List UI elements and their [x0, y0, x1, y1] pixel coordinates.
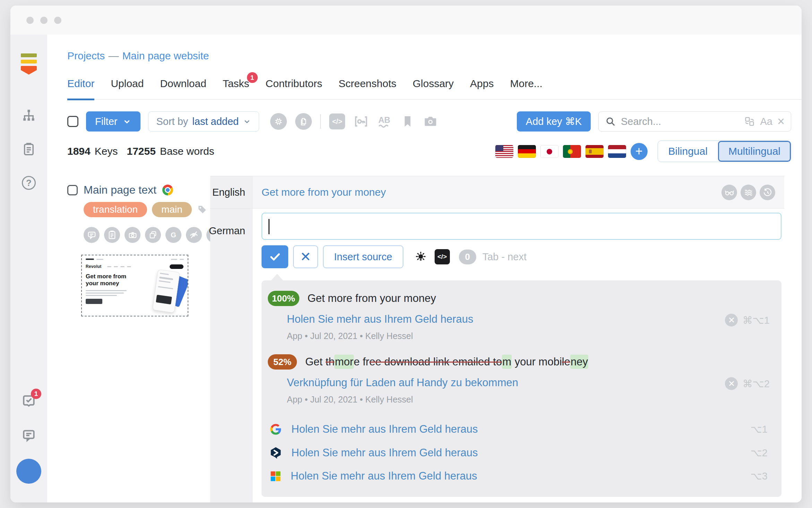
- chat-icon[interactable]: [21, 427, 36, 443]
- flag-es-icon[interactable]: [586, 145, 604, 158]
- clipboard-icon[interactable]: [22, 142, 36, 156]
- tab-apps[interactable]: Apps: [470, 78, 494, 99]
- bookmark-icon[interactable]: [401, 115, 414, 128]
- breadcrumb-project-name[interactable]: Main page website: [122, 50, 209, 61]
- camera-icon[interactable]: [423, 114, 438, 129]
- key-title[interactable]: Main page text: [84, 184, 156, 196]
- multilingual-toggle[interactable]: Multilingual: [718, 141, 791, 162]
- sort-dropdown[interactable]: Sort by last added: [148, 111, 259, 132]
- tag-main[interactable]: main: [152, 202, 192, 217]
- google-translate-icon[interactable]: G: [165, 227, 181, 243]
- flag-nl-icon[interactable]: [608, 145, 626, 158]
- hide-icon[interactable]: [186, 227, 202, 243]
- sitemap-icon[interactable]: [22, 108, 36, 122]
- dismiss-suggestion-icon[interactable]: ✕: [725, 314, 738, 327]
- camera-icon[interactable]: [125, 227, 140, 243]
- confirm-translation-button[interactable]: [262, 245, 288, 268]
- breadcrumb-separator: —: [108, 50, 119, 61]
- tab-editor[interactable]: Editor: [67, 78, 94, 100]
- substring-search-icon[interactable]: [744, 116, 755, 127]
- english-translation-text[interactable]: Get more from your money: [262, 186, 386, 198]
- tm-translation-link[interactable]: Holen Sie mehr aus Ihrem Geld heraus: [287, 313, 473, 325]
- cancel-translation-button[interactable]: ✕: [293, 245, 318, 268]
- bilingual-toggle[interactable]: Bilingual: [658, 141, 718, 162]
- translation-row-english: English Get more from your money: [210, 176, 784, 209]
- key-list-panel: Main page text translation main: [67, 176, 210, 502]
- thumbnail-headline: Get more from your money: [86, 273, 131, 287]
- window-control-dot[interactable]: [54, 17, 61, 24]
- user-avatar[interactable]: [16, 459, 41, 484]
- key-checkbox[interactable]: [67, 185, 78, 195]
- mt-suggestion-row: Holen Sie mehr aus Ihrem Geld heraus ⌥3: [262, 470, 781, 482]
- window-control-dot[interactable]: [40, 17, 48, 24]
- search-input[interactable]: [621, 116, 739, 127]
- tag-translation[interactable]: translation: [84, 202, 147, 217]
- thumbnail-phone-graphic: [152, 269, 180, 313]
- breadcrumb: Projects—Main page website: [67, 50, 791, 62]
- insert-source-button[interactable]: Insert source: [323, 245, 403, 268]
- tab-contributors[interactable]: Contributors: [266, 78, 322, 99]
- tab-screenshots[interactable]: Screenshots: [339, 78, 396, 99]
- dismiss-suggestion-icon[interactable]: ✕: [725, 377, 738, 390]
- translation-row-german: German ✕ Insert source: [210, 209, 784, 502]
- shortcut-label: ⌥2: [750, 447, 768, 459]
- shortcut-label: ⌥3: [750, 470, 768, 482]
- tab-tasks[interactable]: Tasks1: [223, 78, 249, 99]
- search-box: Aa ×: [598, 111, 791, 132]
- key-screenshot-thumbnail[interactable]: Revolut Get more from your money: [81, 255, 188, 316]
- project-stats: 1894Keys 17255Base words: [67, 145, 214, 157]
- help-icon[interactable]: ?: [22, 176, 36, 190]
- tab-download[interactable]: Download: [160, 78, 206, 99]
- match-case-toggle[interactable]: Aa: [760, 116, 772, 127]
- toolbar-divider: [320, 114, 321, 129]
- fuzzy-waves-icon[interactable]: [741, 185, 756, 200]
- flag-us-icon[interactable]: [495, 145, 513, 158]
- duplicate-icon[interactable]: [145, 227, 161, 243]
- select-all-checkbox[interactable]: [67, 116, 78, 127]
- microsoft-icon: [269, 470, 282, 482]
- suggestions-panel: 100% Get more from your money Holen Sie …: [262, 280, 781, 497]
- add-key-button[interactable]: Add key ⌘K: [517, 111, 591, 132]
- machine-translation-chip-icon[interactable]: [270, 113, 287, 130]
- german-translation-input[interactable]: [262, 213, 781, 240]
- tag-icon[interactable]: [197, 204, 208, 215]
- mt-translation-link[interactable]: Holen Sie mehr aus Ihrem Geld heraus: [291, 470, 477, 482]
- filter-button[interactable]: Filter: [86, 111, 140, 132]
- clear-search-icon[interactable]: ×: [777, 115, 785, 128]
- flag-jp-icon[interactable]: [540, 145, 558, 158]
- lokalise-logo-icon[interactable]: [21, 53, 37, 75]
- spellcheck-icon[interactable]: AB: [377, 114, 392, 129]
- clipboard-icon[interactable]: [104, 227, 120, 243]
- chrome-icon[interactable]: [162, 185, 173, 195]
- breadcrumb-projects-link[interactable]: Projects: [67, 50, 105, 61]
- key-id-icon[interactable]: [353, 114, 369, 129]
- shortcut-label: ⌘⌥2: [742, 378, 770, 390]
- tab-upload[interactable]: Upload: [111, 78, 144, 99]
- comment-icon[interactable]: [84, 227, 100, 243]
- documents-icon[interactable]: [295, 113, 312, 130]
- app-sidebar: ? 1: [10, 35, 47, 502]
- history-icon[interactable]: [760, 185, 775, 200]
- mt-translation-link[interactable]: Holen Sie mehr aus Ihrem Geld heraus: [291, 447, 478, 459]
- flag-pt-icon[interactable]: [563, 145, 581, 158]
- tm-translation-link[interactable]: Verknüpfung für Laden auf Handy zu bekom…: [287, 376, 518, 389]
- match-percentage-badge: 100%: [268, 291, 299, 306]
- flag-de-icon[interactable]: [518, 145, 536, 158]
- proofread-glasses-icon[interactable]: [721, 185, 737, 200]
- tasks-tab-badge: 1: [247, 72, 258, 83]
- match-percentage-badge: 52%: [268, 354, 297, 370]
- tm-meta: App • Jul 20, 2021 • Kelly Hessel: [287, 331, 698, 341]
- app-window: ? 1 Projects—Main p: [10, 6, 802, 502]
- code-tags-icon[interactable]: </>: [329, 113, 345, 129]
- tasks-icon[interactable]: 1: [21, 393, 36, 408]
- language-label-english: English: [210, 176, 253, 208]
- window-control-dot[interactable]: [26, 17, 34, 24]
- mt-translation-link[interactable]: Holen Sie mehr aus Ihrem Geld heraus: [291, 423, 478, 435]
- tab-more[interactable]: More...: [510, 78, 542, 99]
- lightbulb-icon[interactable]: [414, 251, 427, 263]
- inline-code-icon[interactable]: </>: [435, 249, 450, 264]
- tasks-badge: 1: [31, 389, 41, 399]
- tab-glossary[interactable]: Glossary: [413, 78, 454, 99]
- add-language-button[interactable]: +: [631, 143, 648, 160]
- tm-suggestion-row: 52% Get thmore free download link emaile…: [262, 354, 781, 405]
